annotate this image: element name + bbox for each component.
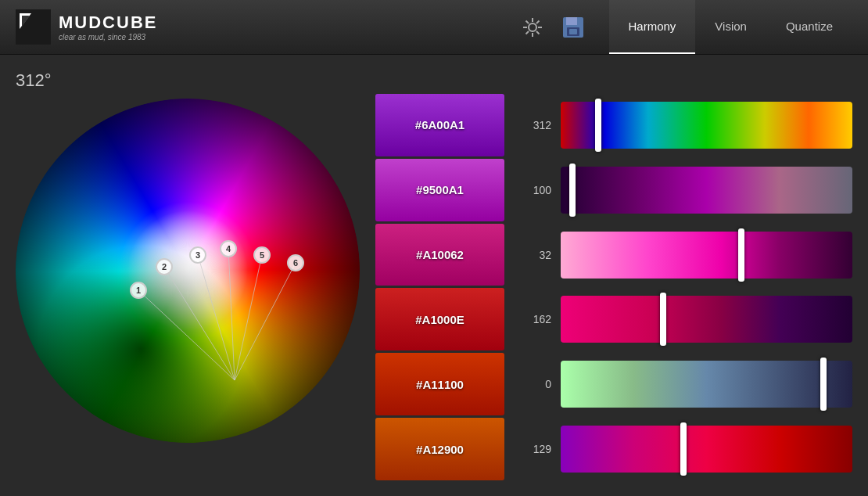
wheel-dot-6[interactable]: 6 [287, 254, 304, 271]
color-swatch-2[interactable]: #A10062 [375, 224, 504, 286]
logo-icon [16, 9, 51, 45]
color-wheel-container[interactable]: 123456 [16, 99, 360, 443]
slider-row-4: 0 [520, 353, 852, 415]
logo-title: MUDCUBE [59, 13, 157, 33]
wheel-dot-2[interactable]: 2 [156, 258, 173, 275]
svg-line-8 [525, 20, 529, 23]
tab-vision[interactable]: Vision [695, 0, 766, 54]
slider-track-4[interactable] [561, 361, 852, 408]
slider-row-1: 100 [520, 159, 852, 221]
main-content: 312° 123456 #6A00A1#9500A1#A10062#A1000E… [0, 55, 868, 496]
slider-track-0[interactable] [561, 102, 852, 149]
slider-row-0: 312 [520, 94, 852, 156]
slider-row-2: 32 [520, 224, 852, 286]
svg-point-3 [529, 23, 536, 31]
left-panel: 312° 123456 [16, 70, 360, 480]
slider-number-2: 32 [520, 249, 551, 261]
tab-quantize[interactable]: Quantize [766, 0, 852, 54]
wheel-dot-5[interactable]: 5 [253, 246, 271, 264]
slider-number-4: 0 [520, 378, 551, 390]
svg-line-11 [525, 31, 529, 34]
settings-icon[interactable] [520, 15, 545, 40]
color-swatch-0[interactable]: #6A00A1 [375, 94, 504, 156]
logo-subtitle: clear as mud, since 1983 [59, 33, 157, 41]
slider-row-5: 129 [520, 418, 852, 480]
slider-thumb-2[interactable] [738, 228, 744, 282]
slider-number-1: 100 [520, 184, 551, 196]
svg-line-10 [536, 20, 540, 23]
slider-number-0: 312 [520, 119, 551, 131]
color-swatch-1[interactable]: #9500A1 [375, 159, 504, 221]
logo-area: MUDCUBE clear as mud, since 1983 [16, 9, 157, 45]
svg-rect-13 [566, 17, 577, 25]
slider-track-2[interactable] [561, 232, 852, 279]
header-icons [520, 15, 586, 40]
tab-harmony[interactable]: Harmony [609, 0, 696, 54]
header: MUDCUBE clear as mud, since 1983 [0, 0, 868, 55]
wheel-dot-3[interactable]: 3 [189, 246, 206, 264]
right-panel: 312100321620129 [520, 94, 852, 480]
svg-line-9 [536, 31, 540, 34]
color-swatch-4[interactable]: #A11100 [375, 353, 504, 415]
logo-text: MUDCUBE clear as mud, since 1983 [59, 13, 157, 41]
color-swatch-3[interactable]: #A1000E [375, 288, 504, 350]
wheel-dot-1[interactable]: 1 [130, 282, 147, 299]
save-icon[interactable] [561, 15, 586, 40]
wheel-dot-4[interactable]: 4 [220, 240, 237, 257]
slider-track-1[interactable] [561, 167, 852, 214]
slider-thumb-1[interactable] [569, 164, 576, 217]
slider-track-5[interactable] [561, 426, 852, 473]
slider-thumb-5[interactable] [680, 422, 687, 476]
slider-track-3[interactable] [561, 296, 852, 343]
degree-label: 312° [16, 70, 52, 91]
svg-rect-15 [569, 29, 577, 34]
slider-thumb-3[interactable] [660, 293, 666, 346]
slider-row-3: 162 [520, 288, 852, 350]
slider-number-3: 162 [520, 313, 551, 325]
slider-thumb-4[interactable] [820, 358, 827, 411]
nav-tabs: Harmony Vision Quantize [609, 0, 853, 54]
middle-panel: #6A00A1#9500A1#A10062#A1000E#A11100#A129… [375, 94, 504, 480]
color-wheel-canvas[interactable] [16, 99, 360, 443]
slider-thumb-0[interactable] [595, 99, 601, 152]
slider-number-5: 129 [520, 443, 551, 455]
color-swatch-5[interactable]: #A12900 [375, 418, 504, 480]
